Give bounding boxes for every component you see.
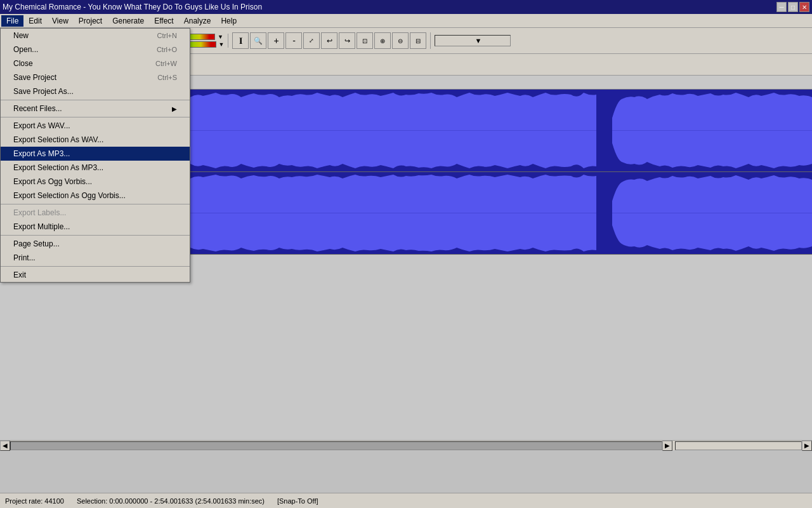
menu-save-project[interactable]: Save Project Ctrl+S	[1, 70, 190, 84]
menu-export-mp3[interactable]: Export As MP3...	[1, 147, 190, 161]
menu-item-analyze[interactable]: Analyze	[179, 15, 216, 27]
menu-print-label: Print...	[13, 253, 36, 262]
separator-3	[1, 204, 190, 204]
menu-new[interactable]: New Ctrl+N	[1, 29, 190, 43]
menu-open-label: Open...	[13, 45, 38, 54]
menu-export-labels: Export Labels...	[1, 206, 190, 220]
menu-item-edit[interactable]: Edit	[23, 15, 47, 27]
title-bar: My Chemical Romance - You Know What They…	[0, 0, 812, 14]
menu-export-labels-label: Export Labels...	[13, 208, 66, 217]
scroll-right-button[interactable]: ▶	[662, 441, 672, 451]
menu-export-sel-ogg-label: Export Selection As Ogg Vorbis...	[13, 191, 126, 200]
zoom-out2-btn[interactable]: ⊖	[392, 32, 409, 49]
scroll-right-section[interactable]	[675, 441, 802, 450]
fit-project-btn[interactable]: ⊟	[410, 32, 426, 49]
menu-open[interactable]: Open... Ctrl+O	[1, 43, 190, 57]
menu-item-help[interactable]: Help	[216, 15, 242, 27]
scroll-right2-button[interactable]: ▶	[802, 441, 812, 451]
snap-status: [Snap-To Off]	[277, 497, 318, 505]
menu-item-generate[interactable]: Generate	[107, 15, 149, 27]
menu-export-ogg-label: Export As Ogg Vorbis...	[13, 177, 92, 186]
horizontal-scrollbar: ◀ ▶ ▶	[0, 440, 812, 450]
separator-2	[1, 117, 190, 117]
scroll-left-button[interactable]: ◀	[0, 441, 10, 451]
menu-export-sel-ogg[interactable]: Export Selection As Ogg Vorbis...	[1, 189, 190, 203]
title-bar-controls: ─ □ ✕	[776, 2, 809, 12]
menu-export-mp3-label: Export As MP3...	[13, 149, 70, 158]
menu-page-setup-label: Page Setup...	[13, 239, 60, 248]
menu-save-project-as[interactable]: Save Project As...	[1, 84, 190, 98]
output-arrow-r: ▼	[219, 41, 225, 48]
menu-save-project-as-label: Save Project As...	[13, 87, 74, 96]
menu-close[interactable]: Close Ctrl+W	[1, 57, 190, 70]
menu-export-sel-mp3-label: Export Selection As MP3...	[13, 163, 103, 172]
zoom-sel-btn[interactable]: ⤢	[303, 32, 320, 49]
separator-4	[1, 235, 190, 236]
menu-exit-label: Exit	[13, 271, 26, 279]
menu-item-view[interactable]: View	[47, 15, 74, 27]
output-arrow-l: ▼	[218, 34, 223, 40]
project-rate: Project rate: 44100	[5, 497, 64, 505]
recent-files-arrow: ▶	[172, 105, 177, 112]
svg-rect-3	[596, 172, 612, 254]
zoom-fit-btn[interactable]: ⊡	[357, 32, 373, 49]
menu-export-sel-wav[interactable]: Export Selection As WAV...	[1, 133, 190, 147]
device-selector[interactable]: ▼	[435, 35, 511, 46]
scroll-track-h[interactable]	[10, 441, 662, 450]
menu-open-shortcut: Ctrl+O	[157, 46, 177, 53]
menu-close-label: Close	[13, 59, 33, 68]
menu-export-sel-mp3[interactable]: Export Selection As MP3...	[1, 161, 190, 175]
menu-close-shortcut: Ctrl+W	[155, 60, 177, 67]
redo-btn[interactable]: ↪	[339, 32, 355, 49]
separator-5	[1, 266, 190, 267]
close-button[interactable]: ✕	[799, 2, 809, 12]
minimize-button[interactable]: ─	[776, 2, 787, 12]
zoom-out-btn[interactable]: -	[285, 32, 302, 49]
menu-recent-files[interactable]: Recent Files... ▶	[1, 102, 190, 116]
menu-save-project-shortcut: Ctrl+S	[157, 74, 177, 81]
menu-item-file[interactable]: File	[1, 15, 23, 27]
zoom-in-btn[interactable]: +	[268, 32, 284, 49]
menu-export-multiple-label: Export Multiple...	[13, 222, 70, 231]
separator-1	[1, 100, 190, 100]
menu-export-wav-label: Export As WAV...	[13, 121, 70, 130]
menu-item-effect[interactable]: Effect	[149, 15, 178, 27]
undo-btn[interactable]: ↩	[321, 32, 337, 49]
menu-export-ogg[interactable]: Export As Ogg Vorbis...	[1, 175, 190, 189]
menu-exit[interactable]: Exit	[1, 268, 190, 282]
svg-rect-1	[596, 90, 612, 171]
menu-recent-files-label: Recent Files...	[13, 104, 62, 113]
menu-save-project-label: Save Project	[13, 73, 56, 82]
maximize-button[interactable]: □	[788, 2, 798, 12]
menu-new-label: New	[13, 31, 29, 40]
menu-bar: File Edit View Project Generate Effect A…	[0, 14, 812, 28]
menu-page-setup[interactable]: Page Setup...	[1, 237, 190, 251]
zoom-in2-btn[interactable]: ⊕	[374, 32, 391, 49]
menu-export-multiple[interactable]: Export Multiple...	[1, 220, 190, 234]
menu-item-project[interactable]: Project	[74, 15, 107, 27]
tools-group: 𝐈 🔍 + - ⤢ ↩ ↪ ⊡ ⊕ ⊖ ⊟	[232, 32, 431, 49]
menu-export-sel-wav-label: Export Selection As WAV...	[13, 135, 103, 144]
file-menu-dropdown: New Ctrl+N Open... Ctrl+O Close Ctrl+W S…	[0, 28, 190, 283]
menu-export-wav[interactable]: Export As WAV...	[1, 119, 190, 133]
title-bar-title: My Chemical Romance - You Know What They…	[3, 3, 262, 11]
selection-info: Selection: 0:00.000000 - 2:54.001633 (2:…	[77, 497, 265, 505]
menu-print[interactable]: Print...	[1, 251, 190, 265]
status-bar: Project rate: 44100 Selection: 0:00.0000…	[0, 493, 812, 508]
selection-tool[interactable]: 𝐈	[232, 32, 249, 49]
menu-new-shortcut: Ctrl+N	[157, 32, 177, 39]
zoom-tool[interactable]: 🔍	[250, 32, 266, 49]
